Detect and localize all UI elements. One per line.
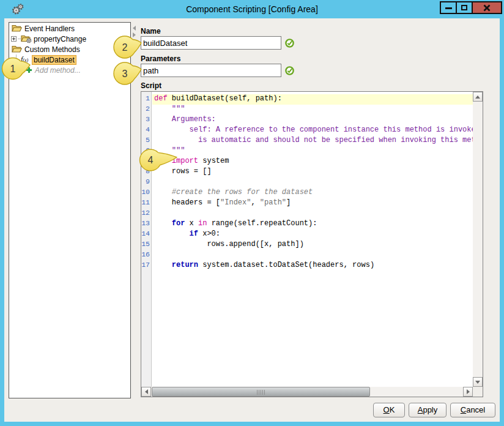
close-icon xyxy=(483,4,491,12)
tree-item-label: Custom Methods xyxy=(24,45,80,54)
scroll-right-button[interactable] xyxy=(463,387,473,397)
script-label: Script xyxy=(141,81,161,90)
method-tree[interactable]: Event HandlerspropertyChangeCustom Metho… xyxy=(9,22,131,398)
code-line: rows.append([x, path]) xyxy=(152,240,473,250)
line-number: 2 xyxy=(141,105,151,115)
line-number: 5 xyxy=(141,136,151,146)
tree-item-label: Add method... xyxy=(35,66,81,75)
code-line: """ xyxy=(152,105,473,115)
line-number: 13 xyxy=(141,219,151,230)
thumb-grip xyxy=(257,390,265,395)
splitter-handle[interactable] xyxy=(133,26,136,37)
scroll-down-icon xyxy=(475,381,480,384)
name-valid-check-icon xyxy=(285,39,294,48)
title-bar[interactable]: Component Scripting [Config Area] xyxy=(0,0,504,18)
tree-item-event-handlers[interactable]: Event Handlers xyxy=(9,23,130,34)
selected-highlight: buildDataset xyxy=(32,55,76,65)
name-input[interactable] xyxy=(141,36,281,50)
name-label: Name xyxy=(141,27,161,36)
function-icon: f(x) xyxy=(21,55,28,64)
tree-item-label: buildDataset xyxy=(34,56,76,64)
tree-item-custom-methods[interactable]: Custom Methods xyxy=(9,44,130,54)
line-number: 12 xyxy=(141,209,151,219)
ok-button[interactable]: OK xyxy=(373,403,405,417)
window-title: Component Scripting [Config Area] xyxy=(0,4,504,14)
horizontal-scrollbar[interactable] xyxy=(141,387,473,397)
script-editor[interactable]: 1234567891011121314151617 def buildDatas… xyxy=(141,91,483,397)
line-number: 10 xyxy=(141,188,151,198)
line-number: 6 xyxy=(141,146,151,157)
horizontal-scroll-thumb[interactable] xyxy=(152,387,370,397)
line-number: 8 xyxy=(141,167,151,177)
code-line: Arguments: xyxy=(152,115,473,125)
scroll-up-button[interactable] xyxy=(473,92,483,102)
line-number: 16 xyxy=(141,250,151,261)
code-line: self: A reference to the component insta… xyxy=(152,125,473,136)
minimize-button[interactable] xyxy=(440,1,457,14)
scroll-left-icon xyxy=(145,389,148,394)
add-plus-icon xyxy=(26,67,32,75)
code-line xyxy=(152,177,473,188)
maximize-button[interactable] xyxy=(456,1,473,14)
tree-item-builddataset[interactable]: f(x)buildDataset xyxy=(9,54,130,65)
code-line: for x in range(self.repeatCount): xyxy=(152,219,473,230)
line-number: 7 xyxy=(141,157,151,167)
expand-toggle-icon[interactable] xyxy=(11,36,17,42)
code-line: headers = ["Index", "path"] xyxy=(152,198,473,209)
line-number-gutter: 1234567891011121314151617 xyxy=(141,92,152,387)
cancel-button[interactable]: Cancel xyxy=(450,403,495,417)
scrollbar-corner xyxy=(473,387,483,397)
code-line: if x>0: xyxy=(152,230,473,240)
line-number: 15 xyxy=(141,240,151,250)
scroll-up-icon xyxy=(475,95,480,99)
apply-button[interactable]: Apply xyxy=(409,403,447,417)
code-area[interactable]: def buildDataset(self, path): """ Argume… xyxy=(152,92,473,387)
line-number: 4 xyxy=(141,125,151,136)
tree-connector xyxy=(16,54,20,60)
tree-item-add-method[interactable]: Add method... xyxy=(9,65,130,75)
dialog-window: Component Scripting [Config Area] Event … xyxy=(0,0,504,426)
code-line: """ xyxy=(152,146,473,157)
line-number: 1 xyxy=(141,94,151,105)
code-line xyxy=(152,209,473,219)
close-button[interactable] xyxy=(472,1,502,14)
tree-item-label: propertyChange xyxy=(34,35,86,43)
line-number: 11 xyxy=(141,198,151,209)
code-line: def buildDataset(self, path): xyxy=(152,94,473,105)
code-line: import system xyxy=(152,157,473,167)
scroll-down-button[interactable] xyxy=(473,377,483,387)
maximize-icon xyxy=(461,5,467,10)
parameters-label: Parameters xyxy=(141,54,180,63)
line-number: 17 xyxy=(141,261,151,271)
parameters-input[interactable] xyxy=(141,64,281,77)
parameters-valid-check-icon xyxy=(285,66,294,75)
collapse-left-icon xyxy=(133,26,136,31)
collapse-right-icon xyxy=(133,32,136,37)
line-number: 14 xyxy=(141,230,151,240)
dialog-content: Event HandlerspropertyChangeCustom Metho… xyxy=(4,18,500,422)
code-line xyxy=(152,250,473,261)
scroll-right-icon xyxy=(467,389,470,394)
code-line: #create the rows for the dataset xyxy=(152,188,473,198)
folder-open-icon xyxy=(12,45,22,55)
line-number: 3 xyxy=(141,115,151,125)
vertical-scrollbar[interactable] xyxy=(473,92,483,387)
code-line: is automatic and should not be specified… xyxy=(152,136,473,146)
minimize-icon xyxy=(445,7,452,9)
line-number: 9 xyxy=(141,177,151,188)
scroll-left-button[interactable] xyxy=(141,387,151,397)
code-line: rows = [] xyxy=(152,167,473,177)
tree-item-label: Event Handlers xyxy=(24,24,75,33)
tree-item-propertychange[interactable]: propertyChange xyxy=(9,34,130,44)
code-line: return system.dataset.toDataSet(headers,… xyxy=(152,261,473,271)
folder-open-icon xyxy=(12,24,22,34)
